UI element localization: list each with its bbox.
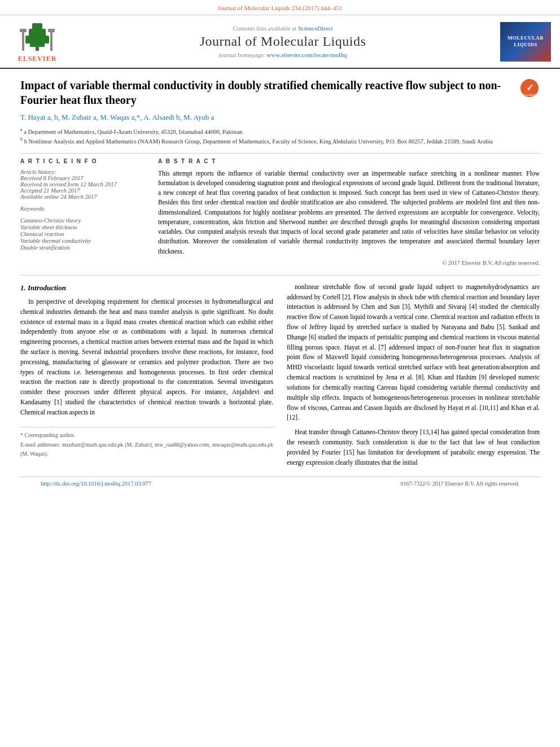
svg-rect-6 xyxy=(20,29,27,32)
journal-homepage: journal homepage: www.elsevier.com/locat… xyxy=(65,51,500,58)
keywords-section: Keywords: Cattaneo-Christov theory Varia… xyxy=(20,206,145,251)
col2-para-1: nonlinear stretchable flow of second gra… xyxy=(287,282,540,423)
col2-para-2: Heat transfer through Cattaneo-Christov … xyxy=(287,427,540,468)
svg-rect-4 xyxy=(32,23,42,30)
sciencedirect-link[interactable]: ScienceDirect xyxy=(298,25,333,32)
keywords-label: Keywords: xyxy=(20,206,145,212)
body-col-right: nonlinear stretchable flow of second gra… xyxy=(287,282,540,473)
body-text-col1: In perspective of developing requirement… xyxy=(20,297,273,418)
abstract-column: A B S T R A C T This attempt reports the… xyxy=(158,158,540,266)
top-strip: Journal of Molecular Liquids 234 (2017) … xyxy=(0,0,560,15)
article-title-section: Impact of variable thermal conductivity … xyxy=(20,78,540,107)
article-info-column: A R T I C L E I N F O Article history: R… xyxy=(20,158,145,266)
body-col-left: 1. Introduction In perspective of develo… xyxy=(20,282,273,473)
accepted-date: Accepted 21 March 2017 xyxy=(20,187,145,194)
svg-rect-5 xyxy=(22,31,24,51)
journal-center: Contents lists available at ScienceDirec… xyxy=(65,25,500,58)
article-title: Impact of variable thermal conductivity … xyxy=(20,78,513,107)
divider-2 xyxy=(20,275,540,276)
keyword-2: Variable sheet thickness xyxy=(20,224,145,230)
received-date: Received 8 February 2017 xyxy=(20,175,145,181)
doi-link[interactable]: http://dx.doi.org/10.1016/j.molliq.2017.… xyxy=(41,480,151,487)
article-info-abstract: A R T I C L E I N F O Article history: R… xyxy=(20,158,540,266)
article-history: Article history: Received 8 February 201… xyxy=(20,169,145,200)
elsevier-logo: ELSEVIER xyxy=(9,20,65,63)
footnotes: * Corresponding author. E-mail addresses… xyxy=(20,427,273,458)
svg-rect-2 xyxy=(25,36,49,43)
divider-1 xyxy=(20,153,540,154)
elsevier-tree-icon xyxy=(18,20,57,54)
keyword-5: Double stratification xyxy=(20,244,145,251)
svg-rect-8 xyxy=(48,29,55,32)
abstract-heading: A B S T R A C T xyxy=(158,158,540,164)
affiliations: a a Department of Mathematics, Quaid-I-A… xyxy=(20,126,540,146)
footnote-corresponding: * Corresponding author. xyxy=(20,431,273,440)
elsevier-brand-text: ELSEVIER xyxy=(18,55,57,63)
footnote-emails: E-mail addresses: mzubair@math.qau.edu.p… xyxy=(20,440,273,458)
journal-title: Journal of Molecular Liquids xyxy=(65,34,500,49)
svg-text:CrossMark: CrossMark xyxy=(523,93,537,97)
keyword-4: Variable thermal conductivity xyxy=(20,238,145,244)
crossmark-icon[interactable]: ✓ CrossMark xyxy=(519,78,540,98)
homepage-link[interactable]: www.elsevier.com/locate/molliq xyxy=(266,51,347,58)
affiliation-b: b b Nonlinear Analysis and Applied Mathe… xyxy=(20,136,540,146)
affiliation-a: a a Department of Mathematics, Quaid-I-A… xyxy=(20,126,540,136)
journal-citation-link[interactable]: Journal of Molecular Liquids 234 (2017) … xyxy=(217,5,342,11)
article-info-heading: A R T I C L E I N F O xyxy=(20,158,145,164)
issn-rights: 0167-7322/© 2017 Elsevier B.V. All right… xyxy=(401,480,519,487)
keywords-list: Cattaneo-Christov theory Variable sheet … xyxy=(20,217,145,251)
body-columns: 1. Introduction In perspective of develo… xyxy=(20,282,540,473)
authors: T. Hayat a, b, M. Zubair a, M. Waqas a,*… xyxy=(20,113,540,122)
available-date: Available online 24 March 2017 xyxy=(20,194,145,200)
page: Journal of Molecular Liquids 234 (2017) … xyxy=(0,0,560,747)
journal-logo-right: MOLECULAR LIQUIDS xyxy=(500,22,551,62)
svg-rect-3 xyxy=(29,29,46,37)
keyword-1: Cattaneo-Christov theory xyxy=(20,217,145,224)
keyword-3: Chemical reaction xyxy=(20,231,145,237)
abstract-text: This attempt reports the influence of va… xyxy=(158,169,540,256)
section1-title: 1. Introduction xyxy=(20,282,273,294)
revised-date: Received in revised form 12 March 2017 xyxy=(20,181,145,187)
copyright: © 2017 Elsevier B.V. All rights reserved… xyxy=(158,260,540,266)
col1-para-1: In perspective of developing requirement… xyxy=(20,297,273,418)
sciencedirect-label: Contents lists available at ScienceDirec… xyxy=(65,25,500,32)
logo-text: MOLECULAR LIQUIDS xyxy=(508,35,544,48)
svg-rect-7 xyxy=(50,31,53,51)
article-content: Impact of variable thermal conductivity … xyxy=(0,69,560,499)
journal-header: ELSEVIER Contents lists available at Sci… xyxy=(0,15,560,69)
svg-text:✓: ✓ xyxy=(526,83,533,93)
bottom-bar: http://dx.doi.org/10.1016/j.molliq.2017.… xyxy=(20,477,540,490)
body-text-col2: nonlinear stretchable flow of second gra… xyxy=(287,282,540,468)
